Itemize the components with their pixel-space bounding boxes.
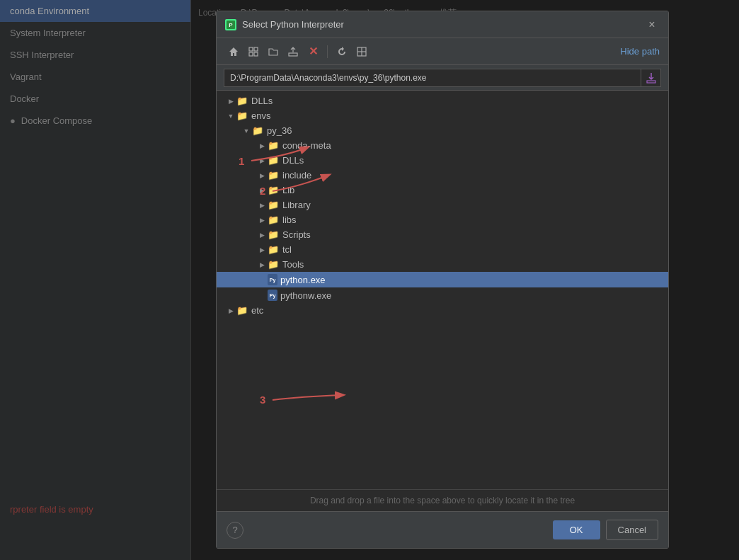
folder-icon: 📁	[268, 229, 279, 240]
tree-item[interactable]: ▶📁include	[217, 168, 668, 183]
tree-arrow-icon: ▶	[256, 172, 268, 179]
tree-item[interactable]: ▼📁envs	[217, 108, 668, 123]
tree-arrow-icon: ▶	[256, 261, 268, 268]
hide-path-button[interactable]: Hide path	[620, 46, 660, 57]
tree-item-label: etc	[251, 305, 263, 316]
dialog-title-icon: P	[225, 19, 236, 30]
folder-icon: 📁	[236, 110, 248, 121]
folder-icon: 📁	[268, 200, 279, 210]
svg-rect-4	[249, 52, 253, 56]
toolbar-folder-button[interactable]	[265, 43, 282, 60]
cancel-button[interactable]: Cancel	[606, 520, 658, 540]
tree-arrow-icon: ▶	[256, 157, 268, 164]
tree-item[interactable]: Pypythonw.exe	[217, 287, 668, 303]
tree-item[interactable]: ▼📁py_36	[217, 123, 668, 138]
tree-item[interactable]: ▶📁Scripts	[217, 227, 668, 242]
tree-arrow-icon: ▼	[225, 113, 236, 120]
tree-arrow-icon: ▶	[256, 246, 268, 253]
tree-item[interactable]: Pypython.exe	[217, 272, 668, 287]
svg-text:Py: Py	[270, 293, 276, 299]
tree-arrow-icon: ▶	[256, 202, 268, 209]
folder-icon: 📁	[268, 170, 279, 181]
toolbar-refresh-button[interactable]	[333, 43, 350, 60]
folder-icon: 📁	[268, 259, 279, 270]
toolbar-grid-button[interactable]	[353, 43, 370, 60]
svg-text:P: P	[229, 22, 233, 28]
tree-item-label: Library	[282, 200, 311, 210]
tree-item-label: envs	[251, 110, 270, 121]
path-input[interactable]	[224, 69, 641, 87]
tree-arrow-icon: ▶	[256, 142, 268, 149]
toolbar-upload-button[interactable]	[285, 43, 302, 60]
tree-item-label: Scripts	[282, 229, 311, 240]
toolbar-home-button[interactable]	[225, 43, 242, 60]
folder-icon: 📁	[268, 244, 279, 255]
toolbar-tree-button[interactable]	[245, 43, 262, 60]
select-interpreter-dialog: P Select Python Interpreter × ✕ Hide pat…	[216, 11, 669, 549]
tree-item[interactable]: ▶📁Library	[217, 198, 668, 212]
svg-rect-5	[254, 52, 258, 56]
svg-rect-2	[249, 47, 253, 51]
dialog-toolbar: ✕ Hide path	[217, 38, 668, 65]
tree-arrow-icon: ▶	[225, 307, 236, 314]
tree-item[interactable]: ▶📁libs	[217, 212, 668, 227]
folder-icon: 📁	[236, 305, 248, 316]
tree-item-label: conda-meta	[282, 140, 331, 151]
tree-item-label: pythonw.exe	[280, 290, 331, 301]
tree-arrow-icon: ▶	[256, 217, 268, 224]
tree-item-label: Lib	[282, 185, 294, 195]
svg-rect-10	[647, 81, 655, 83]
path-bar	[217, 65, 668, 91]
folder-icon: 📁	[268, 215, 279, 225]
folder-icon: 📁	[236, 96, 248, 106]
tree-arrow-icon: ▶	[256, 232, 268, 239]
folder-icon: 📁	[268, 185, 279, 195]
file-icon: Py	[268, 290, 280, 301]
tree-item-label: DLLs	[282, 155, 304, 166]
tree-item[interactable]: ▶📁etc	[217, 303, 668, 318]
svg-text:Py: Py	[270, 278, 276, 283]
tree-item[interactable]: ▶📁tcl	[217, 242, 668, 257]
svg-rect-3	[254, 47, 258, 51]
tree-item[interactable]: ▶📁DLLs	[217, 153, 668, 168]
drag-hint: Drag and drop a file into the space abov…	[217, 489, 668, 511]
help-button[interactable]: ?	[227, 522, 244, 539]
tree-item-label: libs	[282, 215, 297, 225]
tree-item[interactable]: ▶📁Lib	[217, 183, 668, 198]
tree-item-label: include	[282, 170, 311, 181]
tree-arrow-icon: ▶	[225, 98, 236, 105]
tree-item-label: DLLs	[251, 96, 273, 106]
tree-item[interactable]: ▶📁Tools	[217, 257, 668, 272]
tree-item[interactable]: ▶📁conda-meta	[217, 138, 668, 153]
folder-icon: 📁	[268, 155, 279, 166]
file-tree[interactable]: ▶📁DLLs▼📁envs▼📁py_36▶📁conda-meta▶📁DLLs▶📁i…	[217, 91, 668, 489]
dialog-title-text: Select Python Interpreter	[242, 19, 644, 30]
toolbar-close-button[interactable]: ✕	[304, 43, 321, 60]
toolbar-separator	[327, 45, 328, 58]
tree-item-label: Tools	[282, 259, 304, 270]
svg-rect-6	[289, 53, 297, 56]
folder-icon: 📁	[268, 140, 279, 151]
folder-icon: 📁	[252, 125, 263, 136]
dialog-titlebar: P Select Python Interpreter ×	[217, 11, 668, 38]
dialog-footer: ? OK Cancel	[217, 511, 668, 548]
tree-item-label: py_36	[267, 125, 292, 136]
tree-item[interactable]: ▶📁DLLs	[217, 93, 668, 108]
tree-arrow-icon: ▼	[241, 127, 252, 135]
tree-item-label: python.exe	[280, 275, 326, 285]
dialog-close-button[interactable]: ×	[644, 17, 660, 33]
tree-arrow-icon: ▶	[256, 187, 268, 194]
path-download-button[interactable]	[641, 69, 661, 87]
tree-item-label: tcl	[282, 244, 292, 255]
file-icon: Py	[268, 274, 280, 285]
ok-button[interactable]: OK	[553, 520, 600, 539]
